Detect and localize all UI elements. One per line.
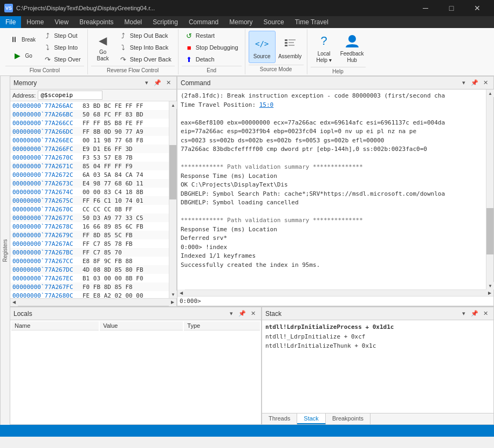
memory-row: 00000000`77A266DCFF 8B 0D 90 77 A9 — [10, 127, 169, 136]
command-line: Response Time (ms) Location — [181, 172, 483, 181]
stack-dropdown-button[interactable]: ▾ — [459, 309, 469, 319]
break-label: Break — [22, 37, 36, 43]
svg-rect-1 — [285, 42, 287, 44]
stack-pin-button[interactable]: 📌 — [470, 309, 479, 319]
ribbon-content: ⏸ Break ▶ Go ⤴ Step Out ⤵ — [0, 28, 494, 75]
command-prompt: 0:000> — [180, 298, 201, 305]
stack-close-button[interactable]: ✕ — [481, 309, 490, 319]
stop-debugging-button[interactable]: ■ Stop Debugging — [182, 42, 242, 53]
memory-hscroll-right[interactable]: ▶ — [169, 299, 176, 306]
command-scroll-thumb[interactable] — [486, 208, 493, 254]
memory-scroll-down[interactable]: ▼ — [169, 291, 177, 298]
memory-hscroll-left[interactable]: ◀ — [10, 299, 18, 306]
memory-addr: 00000000`77A267CC — [12, 258, 83, 265]
stack-tab-breakpoints[interactable]: Breakpoints — [326, 413, 370, 424]
command-pin-button[interactable]: 📌 — [470, 78, 479, 88]
command-hscrollbar[interactable]: ◀ ▶ — [177, 290, 493, 296]
memory-scroll-thumb[interactable] — [169, 145, 176, 199]
command-line: Indexed 1/1 keyframes — [181, 252, 483, 261]
local-help-button[interactable]: ? LocalHelp ▾ — [311, 30, 338, 66]
step-over-back-label: Step Over Back — [130, 56, 171, 63]
assembly-button[interactable]: Assembly — [277, 31, 304, 63]
step-out-button[interactable]: ⤴ Step Out — [40, 30, 84, 41]
stack-panel-title: Stack — [265, 310, 282, 318]
feedback-hub-button[interactable]: FeedbackHub — [339, 30, 366, 66]
go-button[interactable]: ▶ Go — [9, 48, 35, 63]
memory-dropdown-button[interactable]: ▾ — [142, 78, 152, 88]
break-button[interactable]: ⏸ Break — [5, 32, 39, 47]
memory-row: 00000000`77A2673CE4 98 77 68 6D 11 — [10, 179, 169, 188]
menu-item-home[interactable]: Home — [21, 16, 49, 28]
restart-button[interactable]: ↺ Restart — [182, 30, 242, 41]
menu-item-file[interactable]: File — [0, 16, 21, 28]
command-line — [181, 208, 483, 217]
command-close-button[interactable]: ✕ — [481, 78, 490, 88]
top-panels: Memory ▾ 📌 ✕ Address: 00000000`77A266AC8… — [10, 76, 494, 306]
memory-scrollbar[interactable]: ▲ ▼ — [169, 101, 176, 298]
memory-pin-button[interactable]: 📌 — [153, 78, 162, 88]
end-group-label: End — [182, 66, 242, 74]
time-travel-link[interactable]: 15:0 — [259, 101, 274, 108]
stack-tab-stack[interactable]: Stack — [297, 413, 326, 424]
memory-bytes: 6A 03 5A 84 CA 74 — [83, 171, 167, 178]
step-over-back-button[interactable]: ↷ Step Over Back — [116, 54, 175, 65]
close-button[interactable]: ✕ — [465, 0, 490, 16]
command-input[interactable] — [201, 298, 491, 305]
memory-addr: 00000000`77A2677C — [12, 215, 83, 222]
step-over-icon: ↷ — [43, 55, 52, 64]
menu-item-time-travel[interactable]: Time Travel — [290, 16, 334, 28]
command-scrollbar[interactable]: ▲ ▼ — [486, 89, 493, 290]
memory-body: 00000000`77A266AC83 BD BC FE FF FF000000… — [10, 101, 176, 298]
menu-item-command[interactable]: Command — [183, 16, 224, 28]
locals-pin-button[interactable]: 📌 — [237, 309, 247, 319]
step-out-back-icon: ⤴ — [119, 31, 128, 40]
memory-addr: 00000000`77A2679C — [12, 232, 83, 239]
svg-point-6 — [348, 35, 356, 43]
memory-address-input[interactable] — [38, 91, 102, 100]
memory-panel-title: Memory — [13, 79, 37, 87]
source-mode-label: Source Mode — [249, 65, 304, 73]
stack-tab-threads[interactable]: Threads — [262, 413, 297, 424]
locals-close-button[interactable]: ✕ — [248, 309, 258, 319]
menu-item-view[interactable]: View — [49, 16, 74, 28]
command-input-area: 0:000> — [177, 296, 493, 306]
memory-scroll-up[interactable]: ▲ — [169, 101, 177, 109]
command-dropdown-button[interactable]: ▾ — [459, 78, 469, 88]
memory-bytes: 50 D3 A9 77 33 C5 — [83, 215, 167, 222]
menu-item-model[interactable]: Model — [119, 16, 148, 28]
menu-bar: File Home View Breakpoints Model Scripti… — [0, 16, 494, 28]
minimize-button[interactable]: ─ — [413, 0, 438, 16]
memory-addr: 00000000`77A267DC — [12, 266, 83, 273]
menu-item-source[interactable]: Source — [258, 16, 290, 28]
memory-close-button[interactable]: ✕ — [163, 78, 173, 88]
memory-row: 00000000`77A266EC00 11 98 77 68 F8 — [10, 136, 169, 144]
command-scroll-up[interactable]: ▲ — [486, 89, 494, 97]
command-scroll-down[interactable]: ▼ — [486, 282, 494, 290]
menu-item-breakpoints[interactable]: Breakpoints — [74, 16, 119, 28]
memory-row: 00000000`77A267ACFF C7 85 78 FB — [10, 239, 169, 248]
memory-row: 00000000`77A266CCFF FF B5 B8 FE FF — [10, 119, 169, 127]
locals-dropdown-button[interactable]: ▾ — [227, 309, 236, 319]
go-back-button[interactable]: ◀ GoBack — [91, 31, 115, 64]
memory-hscrollbar[interactable]: ◀ ▶ — [10, 298, 176, 306]
memory-addr: 00000000`77A266CC — [12, 120, 83, 127]
step-into-button[interactable]: ⤵ Step Into — [40, 42, 84, 53]
step-into-back-label: Step Into Back — [130, 44, 169, 51]
menu-item-memory[interactable]: Memory — [224, 16, 258, 28]
step-out-back-button[interactable]: ⤴ Step Out Back — [116, 30, 175, 41]
title-bar-controls: ─ □ ✕ — [413, 0, 490, 16]
memory-bytes: F3 53 57 E8 7B — [83, 154, 167, 161]
source-button[interactable]: </> Source — [249, 31, 276, 63]
assembly-label: Assembly — [278, 53, 301, 59]
ribbon-group-reverse-flow: ◀ GoBack ⤴ Step Out Back ⤵ Step Into Bac… — [88, 29, 179, 74]
detach-button[interactable]: ⬆ Detach — [182, 54, 242, 65]
memory-bytes: 4D 08 8D 85 80 FB — [83, 266, 167, 273]
menu-item-scripting[interactable]: Scripting — [147, 16, 183, 28]
step-out-label: Step Out — [54, 32, 77, 39]
step-over-button[interactable]: ↷ Step Over — [40, 54, 84, 65]
step-into-back-button[interactable]: ⤵ Step Into Back — [116, 42, 175, 53]
memory-row: 00000000`77A2670CCC CC CC 8B FF — [10, 205, 169, 213]
status-bar — [0, 425, 494, 437]
maximize-button[interactable]: □ — [439, 0, 464, 16]
memory-bytes: E4 98 77 68 6D 11 — [83, 180, 167, 187]
